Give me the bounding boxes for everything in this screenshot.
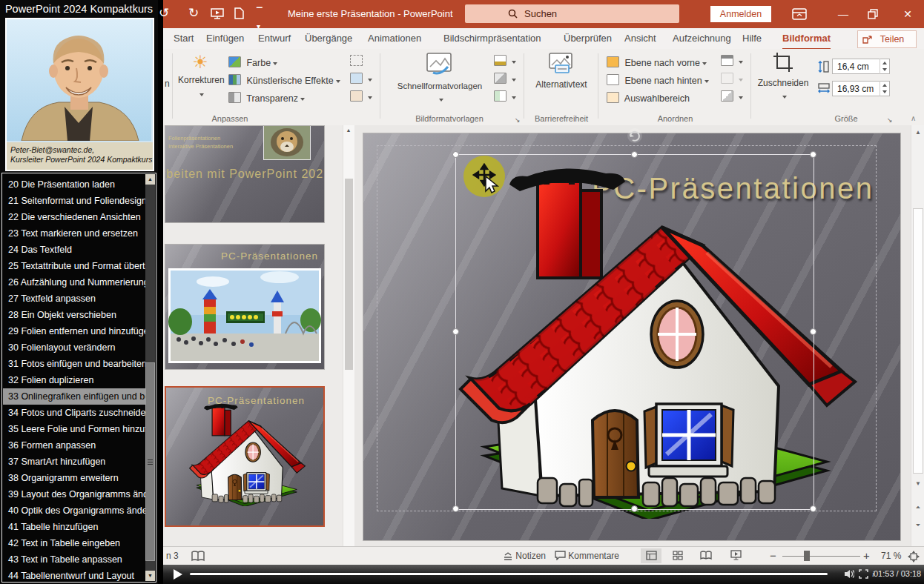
- close-button[interactable]: ✕: [891, 0, 924, 28]
- chapter-item[interactable]: 29 Folien entfernen und hinzufügen: [3, 323, 151, 339]
- chapter-item[interactable]: 44 Tabellenentwurf und Layout: [3, 568, 151, 584]
- tab-ueberpruefen[interactable]: Überprüfen: [564, 28, 612, 48]
- chapter-item[interactable]: 23 Text markieren und ersetzen: [3, 225, 151, 242]
- thumb-scroll-up-icon[interactable]: ▲: [345, 127, 352, 133]
- zoom-level[interactable]: 71 %: [881, 547, 901, 565]
- fullscreen-icon[interactable]: [859, 569, 868, 579]
- resize-handle-s[interactable]: [631, 505, 638, 512]
- sign-in-button[interactable]: Anmelden: [710, 6, 771, 22]
- thumbnail-scrollbar[interactable]: ▲: [343, 125, 354, 546]
- editor-scrollbar-thumb[interactable]: [913, 208, 923, 474]
- chapter-item[interactable]: 36 Formen anpassen: [3, 437, 151, 454]
- chapter-item[interactable]: 32 Folien duplizieren: [3, 372, 151, 388]
- chapter-item[interactable]: 21 Seitenformat und Foliendesign: [3, 193, 151, 209]
- chapter-item[interactable]: 27 Textfeld anpassen: [3, 291, 151, 307]
- size-dialog-launcher-icon[interactable]: ↘: [887, 116, 893, 124]
- chapter-item[interactable]: 40 Optik des Organigramms ändern: [3, 502, 151, 519]
- chapter-item[interactable]: 39 Layout des Organigramms ändern: [3, 486, 151, 502]
- scroll-down-icon[interactable]: ▼: [145, 571, 155, 581]
- chapter-item[interactable]: 22 Die verschiedenen Ansichten: [3, 209, 151, 225]
- chapter-item[interactable]: 43 Text in Tabelle anpassen: [3, 551, 151, 568]
- proofing-book-icon[interactable]: [191, 551, 205, 562]
- chapter-item-selected[interactable]: 33 Onlinegrafiken einfügen und bearbeite…: [3, 388, 151, 405]
- minimize-button[interactable]: —: [827, 0, 859, 28]
- zoom-slider-thumb[interactable]: [804, 551, 810, 561]
- tab-uebergaenge[interactable]: Übergänge: [305, 28, 352, 48]
- resize-handle-w[interactable]: [452, 328, 459, 335]
- bildlayout-button[interactable]: [494, 90, 516, 105]
- reset-picture-button[interactable]: [350, 90, 372, 105]
- kommentare-button[interactable]: Kommentare: [555, 547, 619, 565]
- chapter-item[interactable]: 26 Aufzählung und Nummerierung: [3, 274, 151, 291]
- rotate-objects-button[interactable]: [721, 90, 743, 105]
- resize-handle-se[interactable]: [810, 505, 816, 512]
- height-spinner[interactable]: [880, 59, 890, 74]
- tab-aufzeichnung[interactable]: Aufzeichnung: [673, 28, 731, 48]
- volume-icon[interactable]: [844, 569, 854, 579]
- chapter-item[interactable]: 35 Leere Folie und Formen hinzufügen: [3, 421, 151, 437]
- zoom-in-button[interactable]: +: [863, 547, 870, 565]
- chapter-item[interactable]: 42 Text in Tabelle eingeben: [3, 535, 151, 551]
- tab-start[interactable]: Start: [174, 28, 194, 48]
- chapter-item[interactable]: 31 Fotos einfügen und bearbeiten: [3, 356, 151, 372]
- chapter-scrollbar-thumb[interactable]: [145, 362, 155, 561]
- slideshow-view-button[interactable]: [725, 548, 746, 563]
- tab-entwurf[interactable]: Entwurf: [258, 28, 291, 48]
- resize-handle-ne[interactable]: [810, 151, 816, 158]
- dialog-launcher-icon[interactable]: ↘: [515, 116, 521, 124]
- slide-thumbnail-2[interactable]: PC-Präsentationen: [165, 244, 325, 370]
- bildrahmen-button[interactable]: [494, 55, 516, 70]
- slide-canvas[interactable]: PC-Präsentationen: [363, 133, 900, 540]
- slide-sorter-view-button[interactable]: [667, 548, 688, 563]
- chapter-item[interactable]: 24 Das Textfeld: [3, 242, 151, 258]
- chapter-item[interactable]: 38 Organigramm erweitern: [3, 470, 151, 486]
- alternativtext-button[interactable]: Alternativtext: [528, 52, 595, 111]
- notizen-button[interactable]: Notizen: [503, 547, 546, 565]
- align-objects-button[interactable]: [721, 55, 743, 70]
- chapter-item[interactable]: 25 Textattribute und Format übertragen: [3, 258, 151, 274]
- bildeffekte-button[interactable]: [494, 73, 516, 87]
- auswahlbereich-button[interactable]: Auswahlbereich: [607, 90, 690, 107]
- kuenstlerische-effekte-button[interactable]: Künstlerische Effekte: [228, 73, 340, 89]
- korrekturen-button[interactable]: ☀ Korrekturen: [178, 52, 222, 111]
- zuschneiden-button[interactable]: Zuschneiden: [756, 52, 810, 114]
- chapter-item[interactable]: 30 Folienlayout verändern: [3, 339, 151, 356]
- new-document-icon[interactable]: [234, 7, 244, 19]
- resize-handle-n[interactable]: [631, 151, 638, 158]
- chapter-item[interactable]: 20 Die Präsentation laden: [3, 176, 151, 193]
- farbe-button[interactable]: Farbe: [228, 55, 277, 71]
- share-button[interactable]: Teilen: [857, 30, 917, 48]
- resize-handle-e[interactable]: [810, 328, 816, 335]
- play-button[interactable]: [174, 569, 182, 580]
- transparenz-button[interactable]: Transparenz: [228, 90, 305, 107]
- tab-animationen[interactable]: Animationen: [368, 28, 421, 48]
- change-picture-button[interactable]: [350, 73, 372, 87]
- zoom-slider[interactable]: [782, 556, 860, 557]
- resize-handle-nw[interactable]: [452, 151, 459, 158]
- tab-hilfe[interactable]: Hilfe: [742, 28, 762, 48]
- restore-button[interactable]: [868, 9, 878, 19]
- chapter-item[interactable]: 41 Tabelle hinzufügen: [3, 519, 151, 535]
- editor-scroll-down-icon[interactable]: ▼: [912, 478, 924, 490]
- chapter-item[interactable]: 37 SmartArt hinzufügen: [3, 454, 151, 470]
- schnellformatvorlagen-button[interactable]: Schnellformatvorlagen: [392, 52, 488, 114]
- ebene-nach-vorne-button[interactable]: Ebene nach vorne: [607, 55, 707, 71]
- tab-bildschirmpraesentation[interactable]: Bildschirmpräsentation: [443, 28, 541, 48]
- redo-icon[interactable]: ↻: [188, 6, 199, 21]
- fit-slide-to-window-icon[interactable]: [908, 551, 920, 563]
- tab-einfuegen[interactable]: Einfügen: [206, 28, 244, 48]
- tab-ansicht[interactable]: Ansicht: [624, 28, 656, 48]
- collapse-ribbon-icon[interactable]: ∧: [911, 114, 916, 122]
- start-slideshow-icon[interactable]: [211, 8, 224, 19]
- slide-thumbnail-3-selected[interactable]: PC-Präsentationen: [165, 386, 325, 527]
- tab-bildformat-active[interactable]: Bildformat: [782, 28, 831, 50]
- zoom-out-button[interactable]: −: [770, 547, 776, 565]
- slide-thumbnail-1[interactable]: Folienpräsentationen Interaktive Präsent…: [165, 125, 325, 223]
- scroll-up-icon[interactable]: ▲: [145, 174, 155, 185]
- search-box[interactable]: Suchen: [465, 4, 679, 23]
- normal-view-button[interactable]: [641, 548, 661, 563]
- width-spinner[interactable]: [880, 81, 890, 96]
- chapter-item[interactable]: 34 Fotos und Cliparts zuschneiden: [3, 405, 151, 421]
- undo-icon[interactable]: ↺: [159, 6, 169, 21]
- previous-slide-icon[interactable]: ⏶: [912, 502, 924, 514]
